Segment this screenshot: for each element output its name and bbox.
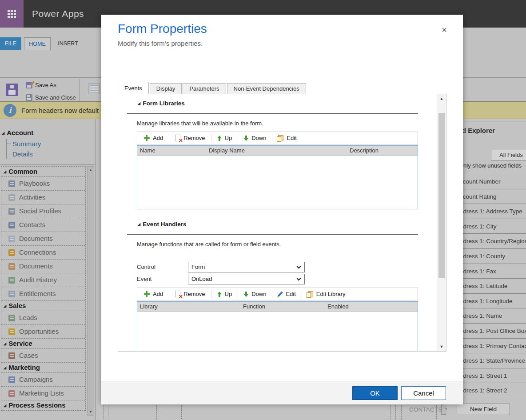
column-enabled: Enabled [327,302,418,312]
up-button[interactable]: Up [211,288,238,300]
column-name: Name [137,146,209,156]
form-libraries-description: Manage libraries that will be available … [137,120,263,127]
up-button[interactable]: Up [211,132,238,144]
dialog-footer: OK Cancel [101,381,463,404]
scrollbar-thumb[interactable] [438,113,445,278]
close-icon[interactable]: × [442,25,447,34]
events-tab-panel: Form Libraries Manage libraries that wil… [118,94,446,352]
pencil-icon [278,291,283,296]
control-label: Control [137,264,155,270]
column-function: Function [243,302,327,312]
add-icon [144,291,150,297]
dialog-tabs: Events Display Parameters Non-Event Depe… [118,82,307,94]
dialog-title: Form Properties [118,22,207,36]
table-header: Library Function Enabled [137,302,418,312]
form-libraries-heading[interactable]: Form Libraries [138,100,185,107]
ok-button[interactable]: OK [352,386,398,400]
down-arrow-icon [244,136,248,141]
remove-button[interactable]: Remove [169,288,211,300]
screen: Power Apps FILE HOME INSERT Save Save As… [0,0,526,420]
column-library: Library [137,302,243,312]
tab-display[interactable]: Display [150,83,182,94]
edit-button[interactable]: Edit [272,288,301,300]
scroll-up-icon[interactable]: ▲ [437,96,446,101]
chevron-down-icon [297,276,301,281]
event-handlers-toolbar: Add Remove Up Down Edit Edit Library [137,288,418,300]
remove-icon [175,291,180,297]
add-icon [144,135,150,141]
event-label: Event [137,276,151,282]
tab-events[interactable]: Events [118,82,149,94]
down-arrow-icon [244,292,248,297]
edit-library-icon [308,291,313,297]
edit-library-button[interactable]: Edit Library [302,288,351,300]
event-handlers-table[interactable]: Library Function Enabled [137,301,418,352]
tab-non-event-dependencies[interactable]: Non-Event Dependencies [227,83,306,94]
form-libraries-table[interactable]: Name Display Name Description [137,145,418,209]
edit-button[interactable]: Edit [272,132,302,144]
down-button[interactable]: Down [238,288,272,300]
section-rule [127,113,418,114]
column-description: Description [350,146,418,156]
dialog-subtitle: Modify this form's properties. [118,40,203,47]
event-handlers-description: Manage functions that are called for for… [137,241,281,248]
up-arrow-icon [217,292,222,297]
form-libraries-toolbar: Add Remove Up Down Edit [137,132,418,144]
cancel-button[interactable]: Cancel [401,386,446,400]
form-properties-dialog: × Form Properties Modify this form's pro… [101,15,463,404]
down-button[interactable]: Down [238,132,272,144]
up-arrow-icon [217,136,222,141]
section-rule [127,234,418,235]
table-header: Name Display Name Description [137,146,418,156]
control-select[interactable]: Form [188,262,305,272]
tab-parameters[interactable]: Parameters [183,83,226,94]
remove-button[interactable]: Remove [169,132,211,144]
remove-icon [175,135,180,141]
dialog-scrollbar[interactable]: ▲ ▼ [437,94,446,351]
chevron-down-icon [297,264,301,269]
scroll-down-icon[interactable]: ▼ [437,344,446,349]
edit-icon [278,135,283,141]
add-button[interactable]: Add [138,132,169,144]
add-button[interactable]: Add [138,288,169,300]
event-handlers-heading[interactable]: Event Handlers [138,221,186,228]
column-display-name: Display Name [209,146,350,156]
event-select[interactable]: OnLoad [188,274,305,284]
